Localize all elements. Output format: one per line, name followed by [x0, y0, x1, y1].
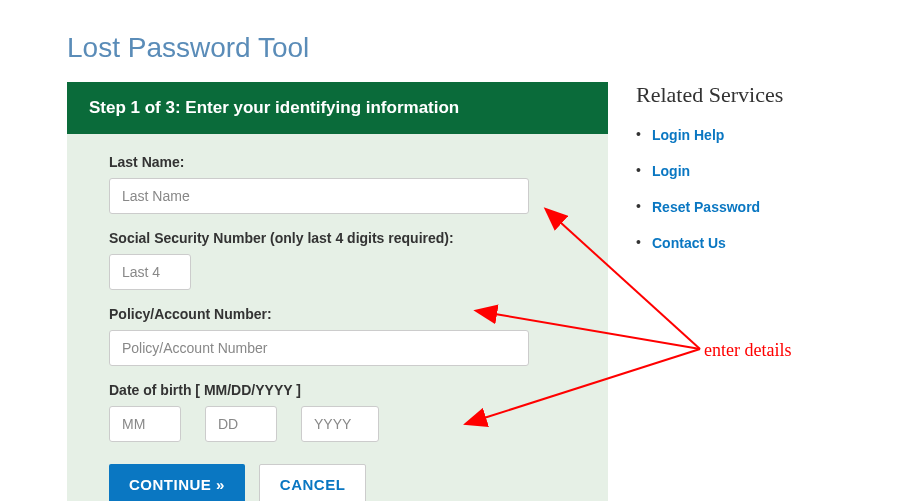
dob-label: Date of birth [ MM/DD/YYYY ]	[109, 382, 566, 398]
last-name-input[interactable]	[109, 178, 529, 214]
cancel-button[interactable]: CANCEL	[259, 464, 367, 501]
step-header: Step 1 of 3: Enter your identifying info…	[67, 82, 608, 134]
related-contact-us-link[interactable]: Contact Us	[652, 235, 726, 251]
continue-button[interactable]: CONTINUE »	[109, 464, 245, 501]
dob-yyyy-input[interactable]	[301, 406, 379, 442]
page-title: Lost Password Tool	[0, 0, 912, 82]
dob-dd-input[interactable]	[205, 406, 277, 442]
dob-mm-input[interactable]	[109, 406, 181, 442]
policy-label: Policy/Account Number:	[109, 306, 566, 322]
related-reset-password-link[interactable]: Reset Password	[652, 199, 760, 215]
ssn-input[interactable]	[109, 254, 191, 290]
ssn-label: Social Security Number (only last 4 digi…	[109, 230, 566, 246]
form-body: Last Name: Social Security Number (only …	[67, 134, 608, 501]
related-services-sidebar: Related Services Login Help Login Reset …	[636, 82, 846, 501]
related-login-link[interactable]: Login	[652, 163, 690, 179]
annotation-label: enter details	[704, 340, 791, 361]
last-name-label: Last Name:	[109, 154, 566, 170]
related-login-help-link[interactable]: Login Help	[652, 127, 724, 143]
related-services-heading: Related Services	[636, 82, 846, 108]
policy-input[interactable]	[109, 330, 529, 366]
form-card: Step 1 of 3: Enter your identifying info…	[67, 82, 608, 501]
